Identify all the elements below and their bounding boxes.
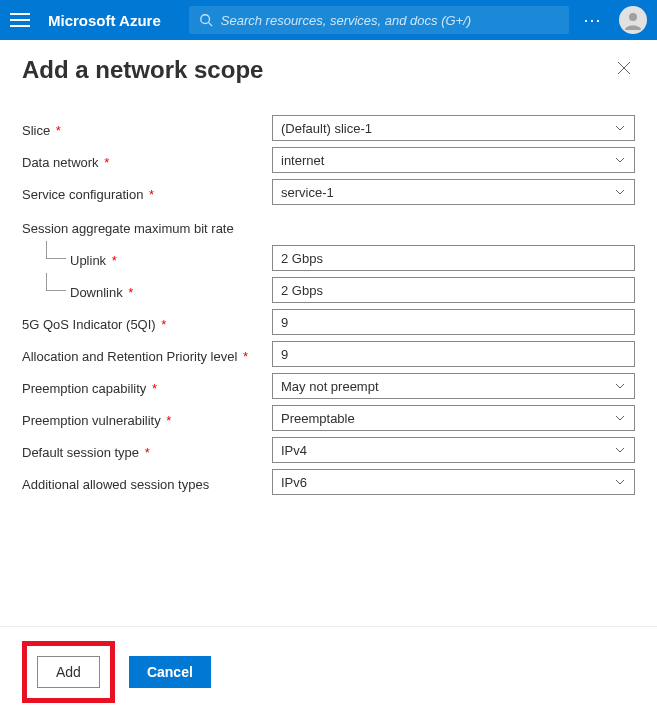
preemption-vulnerability-label: Preemption vulnerability * bbox=[22, 409, 272, 428]
svg-point-2 bbox=[629, 13, 637, 21]
arp-level-label: Allocation and Retention Priority level … bbox=[22, 345, 272, 364]
close-button[interactable] bbox=[613, 57, 635, 83]
more-menu-icon[interactable]: ⋯ bbox=[583, 9, 603, 31]
preemption-vulnerability-select[interactable]: Preemptable bbox=[272, 405, 635, 431]
additional-session-types-label: Additional allowed session types bbox=[22, 473, 272, 492]
uplink-input[interactable]: 2 Gbps bbox=[272, 245, 635, 271]
topbar: Microsoft Azure ⋯ bbox=[0, 0, 657, 40]
qos-indicator-input[interactable]: 9 bbox=[272, 309, 635, 335]
data-network-label: Data network * bbox=[22, 151, 272, 170]
add-button[interactable]: Add bbox=[37, 656, 100, 688]
default-session-type-label: Default session type * bbox=[22, 441, 272, 460]
downlink-input[interactable]: 2 Gbps bbox=[272, 277, 635, 303]
chevron-down-icon bbox=[614, 412, 626, 424]
page-title: Add a network scope bbox=[22, 56, 263, 84]
cancel-button[interactable]: Cancel bbox=[129, 656, 211, 688]
qos-indicator-label: 5G QoS Indicator (5QI) * bbox=[22, 313, 272, 332]
slice-label: Slice * bbox=[22, 119, 272, 138]
default-session-type-select[interactable]: IPv4 bbox=[272, 437, 635, 463]
chevron-down-icon bbox=[614, 186, 626, 198]
search-icon bbox=[199, 13, 213, 27]
hamburger-menu-icon[interactable] bbox=[10, 13, 30, 27]
avatar[interactable] bbox=[619, 6, 647, 34]
svg-point-0 bbox=[201, 15, 210, 24]
chevron-down-icon bbox=[614, 154, 626, 166]
session-aggregate-label: Session aggregate maximum bit rate bbox=[22, 217, 635, 236]
service-configuration-label: Service configuration * bbox=[22, 183, 272, 202]
slice-select[interactable]: (Default) slice-1 bbox=[272, 115, 635, 141]
chevron-down-icon bbox=[614, 380, 626, 392]
network-scope-form: Slice * (Default) slice-1 Data network *… bbox=[22, 114, 635, 496]
brand-label[interactable]: Microsoft Azure bbox=[48, 12, 161, 29]
data-network-select[interactable]: internet bbox=[272, 147, 635, 173]
preemption-capability-select[interactable]: May not preempt bbox=[272, 373, 635, 399]
service-configuration-select[interactable]: service-1 bbox=[272, 179, 635, 205]
global-search[interactable] bbox=[189, 6, 569, 34]
footer-actions: Add Cancel bbox=[0, 626, 657, 723]
preemption-capability-label: Preemption capability * bbox=[22, 377, 272, 396]
search-input[interactable] bbox=[221, 13, 559, 28]
chevron-down-icon bbox=[614, 122, 626, 134]
additional-session-types-select[interactable]: IPv6 bbox=[272, 469, 635, 495]
add-button-highlight: Add bbox=[22, 641, 115, 703]
user-icon bbox=[623, 10, 643, 30]
uplink-label: Uplink * bbox=[22, 249, 272, 268]
downlink-label: Downlink * bbox=[22, 281, 272, 300]
arp-level-input[interactable]: 9 bbox=[272, 341, 635, 367]
svg-line-1 bbox=[208, 23, 212, 27]
chevron-down-icon bbox=[614, 444, 626, 456]
chevron-down-icon bbox=[614, 476, 626, 488]
close-icon bbox=[617, 61, 631, 75]
